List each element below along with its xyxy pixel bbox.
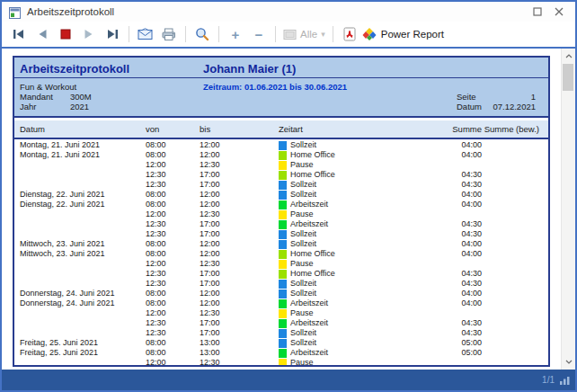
report-preview-window: Arbeitszeitprotokoll: [0, 0, 577, 392]
table-row: 12:0012:30Pause: [14, 308, 548, 318]
table-row: 12:3017:00Home Office04:30: [14, 269, 548, 279]
table-row: 12:3017:00Sollzeit04:30: [14, 229, 548, 239]
table-row: Dienstag, 22. Juni 202108:0012:00Sollzei…: [14, 190, 548, 200]
print-button[interactable]: [157, 24, 181, 44]
report-page: Arbeitszeitprotokoll Johann Maier (1) Fu…: [13, 56, 550, 367]
zeitraum-text: Zeitraum: 01.06.2021 bis 30.06.2021: [203, 82, 543, 92]
last-page-button[interactable]: [101, 24, 124, 44]
column-summe-bew: Summe (bew.): [482, 124, 539, 134]
zeitart-color-bar: [279, 240, 287, 249]
table-row: Mittwoch, 23. Juni 202108:0012:00Home Of…: [14, 249, 548, 259]
scrollbar-thumb[interactable]: [563, 64, 573, 91]
table-row: 12:3017:00Arbeitszeit04:30: [14, 318, 548, 328]
toolbar-separator: [185, 26, 186, 42]
stop-button[interactable]: [54, 24, 77, 44]
jahr-value: 2021: [70, 102, 89, 111]
zoom-out-button[interactable]: −: [247, 24, 271, 44]
zeitart-color-bar: [279, 181, 287, 190]
report-title: Arbeitszeitprotokoll: [20, 62, 203, 76]
export-pdf-button[interactable]: [338, 24, 361, 44]
mandant-label: Mandant: [20, 92, 70, 102]
table-row: Dienstag, 22. Juni 202108:0012:00Arbeits…: [14, 200, 548, 209]
column-summe: Summe: [419, 124, 482, 134]
zeitart-color-bar: [279, 270, 287, 279]
table-header: Datum von bis Zeitart Summe Summe (bew.): [14, 120, 548, 139]
vertical-scrollbar[interactable]: [561, 49, 575, 370]
previous-page-button[interactable]: [31, 24, 54, 44]
email-button[interactable]: [134, 24, 157, 44]
jahr-label: Jahr: [20, 102, 70, 111]
pages-icon: [283, 29, 297, 40]
table-row: 12:3017:00Home Office04:30: [14, 170, 548, 180]
toolbar-separator: [275, 26, 276, 42]
power-report-label: Power Report: [381, 29, 444, 40]
zeitart-color-bar: [279, 299, 287, 308]
table-row: 12:0012:30Pause: [14, 259, 548, 269]
zeitart-color-bar: [279, 260, 287, 269]
table-row: 12:0012:30Pause: [14, 209, 548, 219]
table-row: 12:3017:00Sollzeit04:30: [14, 328, 548, 338]
window-title: Arbeitszeitprotokoll: [27, 6, 527, 17]
table-body: Montag, 21. Juni 202108:0012:00Sollzeit0…: [14, 139, 548, 365]
datum-value: 07.12.2021: [493, 102, 536, 111]
page-indicator: 1/1: [542, 375, 555, 385]
seite-value: 1: [531, 92, 536, 102]
zeitart-color-bar: [279, 230, 287, 239]
report-header: Arbeitszeitprotokoll Johann Maier (1) Fu…: [14, 58, 548, 118]
power-report-button[interactable]: Power Report: [361, 24, 445, 44]
column-von: von: [146, 124, 200, 134]
zeitart-color-bar: [279, 191, 287, 200]
table-row: 12:0012:30Pause: [14, 160, 548, 170]
zeitart-color-bar: [279, 210, 287, 219]
resize-grip-icon[interactable]: [560, 372, 570, 388]
zeitart-color-bar: [279, 290, 287, 298]
email-icon: [138, 28, 154, 40]
close-button[interactable]: [548, 4, 570, 20]
zeitart-color-bar: [279, 349, 287, 358]
employee-name: Johann Maier (1): [203, 62, 543, 76]
toolbar-separator: [333, 26, 333, 42]
stop-icon: [60, 29, 71, 40]
zeitart-color-bar: [279, 359, 287, 366]
printer-icon: [161, 28, 177, 41]
chevron-down-icon: ▾: [321, 30, 325, 39]
scroll-up-icon[interactable]: [562, 49, 575, 63]
table-row: Freitag, 25. Juni 202108:0013:00Sollzeit…: [14, 338, 548, 348]
toolbar: + − Alle ▾ Power Report: [2, 22, 575, 49]
zeitart-color-bar: [279, 329, 287, 338]
window-icon: [9, 6, 21, 18]
zoom-button[interactable]: [191, 24, 214, 44]
column-bis: bis: [200, 124, 279, 134]
maximize-button[interactable]: [527, 4, 548, 20]
statusbar: 1/1: [2, 370, 575, 390]
next-page-button[interactable]: [77, 24, 101, 44]
first-page-button[interactable]: [7, 24, 31, 44]
table-row: Freitag, 25. Juni 202108:0013:00Arbeitsz…: [14, 348, 548, 358]
zoom-in-button[interactable]: +: [224, 24, 247, 44]
magnifier-icon: [195, 27, 209, 41]
alle-dropdown[interactable]: Alle ▾: [280, 29, 328, 40]
zeitart-color-bar: [279, 309, 287, 318]
next-page-icon: [84, 29, 94, 40]
toolbar-separator: [129, 26, 129, 42]
toolbar-separator: [218, 26, 219, 42]
zeitart-color-bar: [279, 161, 287, 170]
table-row: 12:3017:00Sollzeit04:30: [14, 279, 548, 289]
pdf-icon: [343, 27, 356, 41]
power-report-icon: [362, 27, 377, 41]
table-row: Mittwoch, 23. Juni 202108:0012:00Sollzei…: [14, 239, 548, 249]
zeitart-color-bar: [279, 151, 287, 160]
datum-label: Datum: [457, 102, 482, 111]
zeitart-color-bar: [279, 280, 287, 289]
report-viewer: Arbeitszeitprotokoll Johann Maier (1) Fu…: [2, 49, 575, 370]
zeitart-color-bar: [279, 220, 287, 229]
table-row: Donnerstag, 24. Juni 202108:0012:00Arbei…: [14, 298, 548, 308]
mandant-value: 300M: [70, 92, 92, 102]
zeitart-color-bar: [279, 141, 287, 150]
table-row: 12:0012:30Pause: [14, 358, 548, 365]
zeitart-color-bar: [279, 339, 287, 348]
zeitart-color-bar: [279, 171, 287, 180]
last-page-icon: [106, 29, 119, 40]
scroll-down-icon[interactable]: [562, 355, 575, 369]
alle-label: Alle: [300, 29, 317, 40]
